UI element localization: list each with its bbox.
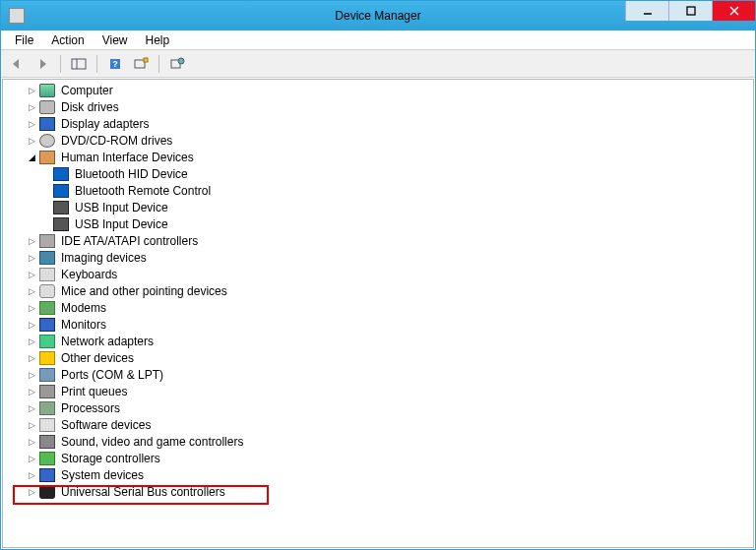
tree-node-bt-hid[interactable]: Bluetooth HID Device xyxy=(3,165,753,182)
tree-node-monitors[interactable]: ▷Monitors xyxy=(3,316,753,333)
tree-node-storage[interactable]: ▷Storage controllers xyxy=(3,450,753,466)
monitor-icon xyxy=(39,318,55,332)
tree-node-bt-remote[interactable]: Bluetooth Remote Control xyxy=(3,182,753,199)
svg-point-11 xyxy=(178,58,184,64)
expand-icon[interactable]: ▷ xyxy=(25,385,38,398)
expand-icon[interactable]: ▷ xyxy=(25,268,38,281)
tree-node-display-adapters[interactable]: ▷Display adapters xyxy=(3,115,753,132)
expand-icon[interactable]: ▷ xyxy=(25,134,38,148)
hid-icon xyxy=(39,151,55,164)
expand-icon[interactable]: ▷ xyxy=(25,301,38,315)
tree-node-system[interactable]: ▷System devices xyxy=(3,466,753,483)
expand-icon[interactable]: ▷ xyxy=(25,435,38,449)
expand-icon[interactable]: ▷ xyxy=(25,418,38,432)
tree-node-keyboards[interactable]: ▷Keyboards xyxy=(3,266,753,282)
toolbar: ? xyxy=(1,50,755,78)
expand-icon[interactable]: ▷ xyxy=(25,335,38,348)
system-icon xyxy=(39,468,55,482)
menu-help[interactable]: Help xyxy=(138,31,178,49)
expand-icon[interactable]: ▷ xyxy=(25,351,38,365)
help-button[interactable]: ? xyxy=(103,53,127,75)
expand-icon[interactable]: ▷ xyxy=(25,84,38,97)
tree-node-hid[interactable]: ◢Human Interface Devices xyxy=(3,149,753,165)
imaging-icon xyxy=(39,251,55,265)
tree-node-ide[interactable]: ▷IDE ATA/ATAPI controllers xyxy=(3,232,753,249)
show-hide-tree-button[interactable] xyxy=(67,53,91,75)
menu-action[interactable]: Action xyxy=(43,31,92,49)
mouse-icon xyxy=(39,284,55,298)
usb-icon xyxy=(53,217,69,231)
tree-node-network[interactable]: ▷Network adapters xyxy=(3,333,753,349)
expand-icon[interactable]: ▷ xyxy=(25,368,38,382)
ide-icon xyxy=(39,234,55,248)
forward-button[interactable] xyxy=(31,53,54,75)
tree-node-dvd[interactable]: ▷DVD/CD-ROM drives xyxy=(3,132,753,149)
keyboard-icon xyxy=(39,268,55,281)
tree-node-disk-drives[interactable]: ▷Disk drives xyxy=(3,98,753,115)
bluetooth-icon xyxy=(53,167,69,181)
tree-node-processors[interactable]: ▷Processors xyxy=(3,399,753,416)
software-icon xyxy=(39,418,55,432)
app-icon xyxy=(9,8,25,24)
disk-icon xyxy=(39,100,55,114)
menu-view[interactable]: View xyxy=(94,31,136,49)
properties-button[interactable] xyxy=(165,53,189,75)
svg-rect-9 xyxy=(144,58,148,62)
expand-icon[interactable]: ▷ xyxy=(25,468,38,482)
menu-file[interactable]: File xyxy=(7,31,41,49)
dvd-icon xyxy=(39,134,55,148)
sound-icon xyxy=(39,435,55,449)
storage-icon xyxy=(39,452,55,465)
menubar: File Action View Help xyxy=(1,31,755,50)
usb-controller-icon xyxy=(39,485,55,499)
window-controls xyxy=(625,1,755,21)
cpu-icon xyxy=(39,401,55,415)
back-button[interactable] xyxy=(5,53,29,75)
tree-node-usb-input-2[interactable]: USB Input Device xyxy=(3,215,753,232)
scan-hardware-button[interactable] xyxy=(129,53,153,75)
print-icon xyxy=(39,385,55,398)
tree-node-mice[interactable]: ▷Mice and other pointing devices xyxy=(3,282,753,299)
modem-icon xyxy=(39,301,55,315)
expand-icon[interactable]: ▷ xyxy=(25,284,38,298)
close-button[interactable] xyxy=(712,1,755,21)
network-icon xyxy=(39,335,55,348)
collapse-icon[interactable]: ◢ xyxy=(25,151,38,164)
minimize-button[interactable] xyxy=(625,1,668,21)
tree-node-modems[interactable]: ▷Modems xyxy=(3,299,753,316)
expand-icon[interactable]: ▷ xyxy=(25,100,38,114)
maximize-button[interactable] xyxy=(668,1,712,21)
expand-icon[interactable]: ▷ xyxy=(25,485,38,499)
expand-icon[interactable]: ▷ xyxy=(25,401,38,415)
computer-icon xyxy=(39,84,55,97)
tree-node-print[interactable]: ▷Print queues xyxy=(3,383,753,399)
svg-text:?: ? xyxy=(112,59,118,69)
display-icon xyxy=(39,117,55,131)
tree-node-ports[interactable]: ▷Ports (COM & LPT) xyxy=(3,366,753,383)
tree-node-computer[interactable]: ▷Computer xyxy=(3,82,753,98)
usb-icon xyxy=(53,201,69,214)
tree-node-software[interactable]: ▷Software devices xyxy=(3,416,753,433)
tree-node-other[interactable]: ▷Other devices xyxy=(3,349,753,366)
device-tree[interactable]: ▷Computer ▷Disk drives ▷Display adapters… xyxy=(2,79,754,548)
expand-icon[interactable]: ▷ xyxy=(25,234,38,248)
svg-rect-1 xyxy=(687,7,695,15)
tree-node-imaging[interactable]: ▷Imaging devices xyxy=(3,249,753,266)
tree-node-sound[interactable]: ▷Sound, video and game controllers xyxy=(3,433,753,450)
titlebar: Device Manager xyxy=(1,1,755,31)
tree-node-usb-input-1[interactable]: USB Input Device xyxy=(3,199,753,215)
expand-icon[interactable]: ▷ xyxy=(25,117,38,131)
svg-rect-4 xyxy=(72,59,86,69)
tree-node-usb-controllers[interactable]: ▷Universal Serial Bus controllers xyxy=(3,483,753,500)
expand-icon[interactable]: ▷ xyxy=(25,251,38,265)
bluetooth-icon xyxy=(53,184,69,198)
expand-icon[interactable]: ▷ xyxy=(25,318,38,332)
expand-icon[interactable]: ▷ xyxy=(25,452,38,465)
port-icon xyxy=(39,368,55,382)
other-icon xyxy=(39,351,55,365)
